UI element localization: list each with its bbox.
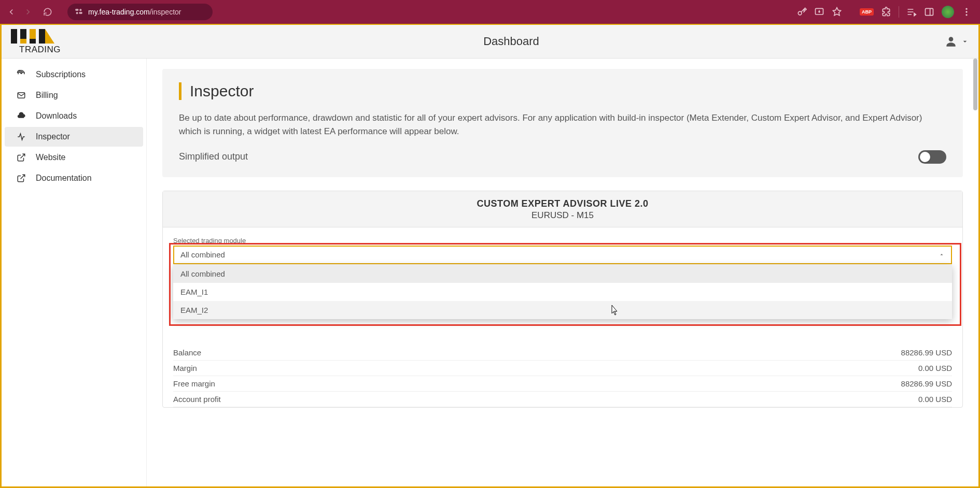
- site-settings-icon[interactable]: [75, 7, 83, 17]
- ea-subtitle: EURUSD - M15: [163, 210, 962, 221]
- svg-rect-15: [39, 29, 45, 44]
- sidebar-item-inspector[interactable]: Inspector: [5, 127, 143, 147]
- abp-extension-icon[interactable]: ABP: [860, 8, 874, 16]
- back-button[interactable]: [5, 6, 18, 18]
- stat-row: Account profit0.00 USD: [173, 392, 952, 407]
- reload-button[interactable]: [41, 6, 54, 18]
- chevron-up-icon: [939, 250, 945, 259]
- kebab-menu-icon[interactable]: [961, 7, 972, 17]
- profile-avatar[interactable]: [942, 6, 954, 18]
- antenna-icon: [16, 70, 26, 79]
- open-external-icon: [16, 153, 26, 162]
- key-icon[interactable]: [796, 7, 807, 17]
- ea-widget: CUSTOM EXPERT ADVISOR LIVE 2.0 EURUSD - …: [162, 191, 963, 408]
- sidebar-item-label: Documentation: [36, 174, 92, 183]
- logo[interactable]: TRADING: [11, 29, 78, 54]
- page-title: Dashboard: [78, 35, 944, 48]
- main-content: Inspector Be up to date about performanc…: [147, 59, 978, 486]
- sidebar-item-label: Subscriptions: [36, 70, 86, 79]
- sidebar-item-downloads[interactable]: Downloads: [5, 106, 143, 126]
- browser-toolbar: my.fea-trading.com/inspector ABP: [0, 0, 980, 24]
- forward-button[interactable]: [22, 6, 34, 18]
- sidepanel-icon[interactable]: [924, 7, 934, 17]
- app-header: TRADING Dashboard: [2, 25, 978, 59]
- ea-title: CUSTOM EXPERT ADVISOR LIVE 2.0: [163, 198, 962, 209]
- trading-module-dropdown: All combined EAM_I1 EAM_I2: [173, 265, 952, 319]
- sidebar-item-website[interactable]: Website: [5, 148, 143, 167]
- address-bar[interactable]: my.fea-trading.com/inspector: [67, 4, 213, 20]
- bookmark-star-icon[interactable]: [832, 7, 842, 17]
- dropdown-option[interactable]: EAM_I2: [173, 301, 952, 319]
- svg-point-17: [949, 37, 954, 41]
- sidebar-item-documentation[interactable]: Documentation: [5, 168, 143, 188]
- svg-point-18: [21, 73, 22, 74]
- simplified-output-toggle[interactable]: [918, 150, 946, 164]
- open-external-icon: [16, 174, 26, 183]
- stats-table: Balance88286.99 USD Margin0.00 USD Free …: [173, 345, 952, 407]
- mail-icon: [16, 91, 26, 100]
- simplified-output-label: Simplified output: [179, 151, 248, 162]
- svg-rect-13: [30, 29, 36, 39]
- scrollbar-thumb[interactable]: [973, 59, 977, 110]
- svg-rect-12: [20, 39, 26, 44]
- stat-row: Margin0.00 USD: [173, 361, 952, 376]
- inspector-heading: Inspector: [179, 82, 946, 100]
- inspector-intro-card: Inspector Be up to date about performanc…: [162, 69, 963, 177]
- playlist-icon[interactable]: [906, 7, 917, 17]
- svg-rect-11: [20, 29, 26, 39]
- activity-icon: [16, 132, 26, 141]
- extensions-icon[interactable]: [881, 7, 891, 17]
- select-value: All combined: [180, 250, 225, 259]
- sidebar-item-billing[interactable]: Billing: [5, 85, 143, 105]
- sidebar-item-subscriptions[interactable]: Subscriptions: [5, 65, 143, 84]
- url-domain: my.fea-trading.com: [88, 8, 150, 16]
- select-label: Selected trading module: [173, 237, 952, 245]
- user-menu[interactable]: [944, 35, 969, 48]
- svg-rect-0: [76, 9, 78, 10]
- dropdown-option[interactable]: All combined: [173, 265, 952, 283]
- dropdown-option[interactable]: EAM_I1: [173, 283, 952, 301]
- logo-text: TRADING: [19, 45, 61, 55]
- svg-marker-16: [45, 29, 54, 44]
- trading-module-select[interactable]: All combined: [173, 246, 952, 264]
- ea-header: CUSTOM EXPERT ADVISOR LIVE 2.0 EURUSD - …: [163, 191, 962, 227]
- sidebar-item-label: Downloads: [36, 111, 77, 121]
- stat-row: Balance88286.99 USD: [173, 345, 952, 361]
- inspector-description: Be up to date about performance, drawdow…: [179, 111, 946, 139]
- svg-rect-14: [30, 39, 36, 44]
- svg-point-9: [965, 14, 967, 16]
- cloud-download-icon: [16, 111, 26, 121]
- svg-rect-1: [79, 12, 82, 13]
- install-icon[interactable]: [814, 7, 824, 17]
- sidebar-item-label: Inspector: [36, 132, 70, 141]
- stat-row: Free margin88286.99 USD: [173, 376, 952, 392]
- svg-point-2: [76, 12, 78, 14]
- svg-point-4: [798, 11, 802, 15]
- svg-point-3: [80, 9, 81, 11]
- svg-rect-6: [926, 8, 933, 15]
- svg-rect-10: [11, 29, 17, 44]
- sidebar-item-label: Billing: [36, 91, 58, 100]
- sidebar-item-label: Website: [36, 153, 66, 162]
- url-path: /inspector: [150, 8, 181, 16]
- svg-point-8: [965, 11, 967, 12]
- sidebar: Subscriptions Billing Downloads Inspecto…: [2, 59, 147, 486]
- svg-point-7: [965, 8, 967, 10]
